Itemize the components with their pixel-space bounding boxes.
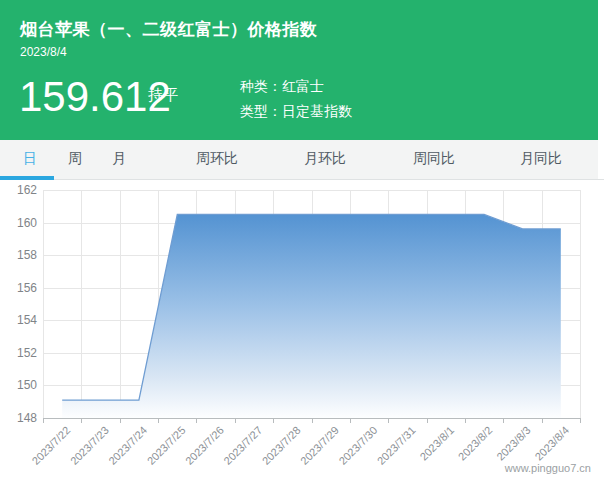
meta-info: 种类：红富士 类型：日定基指数 — [240, 74, 352, 124]
x-axis-label: 2023/7/23 — [68, 424, 111, 467]
x-axis-label: 2023/7/25 — [145, 424, 188, 467]
x-axis-label: 2023/7/27 — [221, 424, 264, 467]
y-axis-label: 160 — [17, 216, 37, 230]
meta-variety: 种类：红富士 — [240, 74, 352, 99]
active-tab-indicator — [0, 176, 54, 180]
tab-weekly[interactable]: 周 — [68, 150, 82, 168]
tab-week-yoy[interactable]: 周同比 — [413, 150, 455, 168]
y-axis-label: 150 — [17, 378, 37, 392]
page-title: 烟台苹果（一、二级红富士）价格指数 — [20, 18, 318, 41]
chart-svg: 1481501521541561581601622023/7/222023/7/… — [0, 180, 604, 473]
y-axis-label: 154 — [17, 313, 37, 327]
price-index-widget: 烟台苹果（一、二级红富士）价格指数 2023/8/4 159.612 持平 种类… — [0, 0, 604, 483]
y-axis-label: 158 — [17, 248, 37, 262]
header: 烟台苹果（一、二级红富士）价格指数 2023/8/4 159.612 持平 种类… — [0, 0, 598, 140]
y-axis-label: 152 — [17, 346, 37, 360]
tab-week-on-week[interactable]: 周环比 — [196, 150, 238, 168]
trend-label: 持平 — [148, 86, 178, 105]
x-axis-label: 2023/8/1 — [417, 424, 456, 463]
tab-daily[interactable]: 日 — [23, 150, 37, 168]
area-series-fill — [62, 214, 561, 418]
y-axis-label: 148 — [17, 411, 37, 425]
x-axis-label: 2023/7/28 — [260, 424, 303, 467]
x-axis-label: 2023/7/29 — [298, 424, 341, 467]
watermark: www.pingguo7.cn — [505, 462, 591, 474]
x-axis-label: 2023/8/4 — [532, 424, 571, 463]
tab-month-on-month[interactable]: 月环比 — [304, 150, 346, 168]
x-axis-label: 2023/8/2 — [456, 424, 495, 463]
x-axis-label: 2023/7/24 — [106, 424, 149, 467]
y-axis-label: 162 — [17, 183, 37, 197]
x-axis-label: 2023/8/3 — [494, 424, 533, 463]
x-axis-label: 2023/7/30 — [336, 424, 379, 467]
period-tabbar: 日 周 月 周环比 月环比 周同比 月同比 — [0, 140, 598, 179]
x-axis-label: 2023/7/22 — [30, 424, 73, 467]
tab-monthly[interactable]: 月 — [112, 150, 126, 168]
tab-month-yoy[interactable]: 月同比 — [520, 150, 562, 168]
x-axis-label: 2023/7/26 — [183, 424, 226, 467]
meta-index-type: 类型：日定基指数 — [240, 99, 352, 124]
y-axis-label: 156 — [17, 281, 37, 295]
x-axis-label: 2023/7/31 — [375, 424, 418, 467]
price-area-chart: 1481501521541561581601622023/7/222023/7/… — [0, 180, 604, 473]
header-date: 2023/8/4 — [20, 45, 67, 59]
